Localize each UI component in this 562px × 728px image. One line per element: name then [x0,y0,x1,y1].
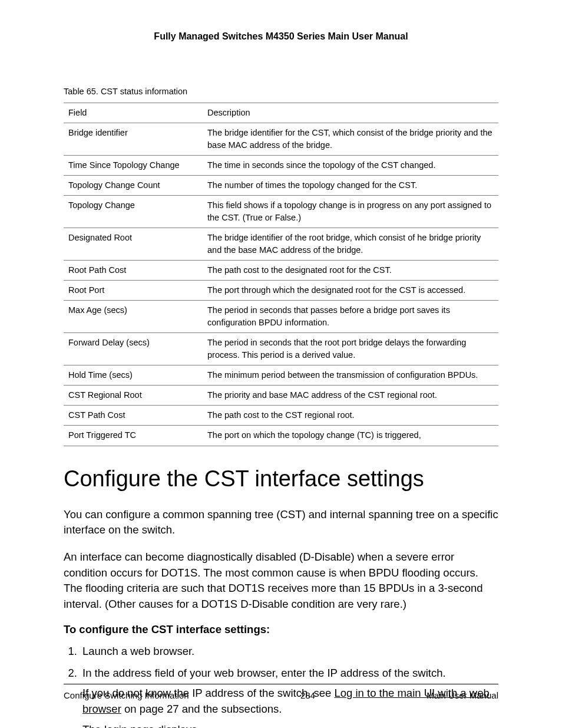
step-text: In the address field of your web browser… [82,667,446,679]
cell-field: Bridge identifier [64,123,203,156]
procedure-subheading: To configure the CST interface settings: [64,622,498,638]
footer-left: Configure Switching Information [64,689,189,702]
cell-desc: The period in seconds that the root port… [203,333,498,365]
note-text-post: on page 27 and the subsections. [121,703,282,715]
table-row: Root Path CostThe path cost to the desig… [64,261,498,281]
cell-desc: The number of times the topology changed… [203,176,498,196]
table-row: CST Path CostThe path cost to the CST re… [64,406,498,426]
step-note: The login page displays. [82,722,498,728]
cell-desc: The period in seconds that passes before… [203,301,498,333]
table-row: Time Since Topology ChangeThe time in se… [64,156,498,176]
cell-field: Root Path Cost [64,261,203,281]
cell-field: CST Path Cost [64,406,203,426]
body-paragraph: You can configure a common spanning tree… [64,507,498,539]
footer-right: Main User Manual [427,689,498,702]
page-footer: Configure Switching Information 284 Main… [64,684,498,702]
body-paragraph: An interface can become diagnostically d… [64,549,498,612]
cell-desc: The path cost to the designated root for… [203,261,498,281]
table-row: CST Regional RootThe priority and base M… [64,386,498,406]
section-heading: Configure the CST interface settings [64,463,498,495]
step-item: Launch a web browser. [80,644,498,660]
col-header-desc: Description [203,103,498,123]
cell-desc: The time in seconds since the topology o… [203,156,498,176]
cell-field: Time Since Topology Change [64,156,203,176]
cell-desc: The bridge identifier for the CST, which… [203,123,498,156]
cell-field: CST Regional Root [64,386,203,406]
doc-header: Fully Managed Switches M4350 Series Main… [64,29,498,43]
cell-field: Topology Change [64,196,203,228]
cst-status-table: Field Description Bridge identifierThe b… [64,103,498,446]
cell-field: Root Port [64,281,203,301]
table-row: Forward Delay (secs)The period in second… [64,333,498,365]
cell-desc: The port on which the topology change (T… [203,426,498,446]
footer-page-number: 284 [300,689,315,702]
table-header-row: Field Description [64,103,498,123]
table-row: Root PortThe port through which the desi… [64,281,498,301]
table-row: Port Triggered TCThe port on which the t… [64,426,498,446]
table-row: Bridge identifierThe bridge identifier f… [64,123,498,156]
col-header-field: Field [64,103,203,123]
table-row: Hold Time (secs)The minimum period betwe… [64,365,498,386]
cell-field: Topology Change Count [64,176,203,196]
cell-desc: The minimum period between the transmiss… [203,365,498,386]
cell-desc: This field shows if a topology change is… [203,196,498,228]
cell-desc: The path cost to the CST regional root. [203,406,498,426]
table-row: Designated RootThe bridge identifier of … [64,228,498,261]
table-row: Topology Change CountThe number of times… [64,176,498,196]
cell-desc: The priority and base MAC address of the… [203,386,498,406]
cell-desc: The bridge identifier of the root bridge… [203,228,498,261]
table-row: Max Age (secs)The period in seconds that… [64,301,498,333]
step-text: Launch a web browser. [82,645,194,657]
cell-field: Max Age (secs) [64,301,203,333]
table-row: Topology ChangeThis field shows if a top… [64,196,498,228]
cell-field: Hold Time (secs) [64,365,203,386]
cell-field: Port Triggered TC [64,426,203,446]
cell-desc: The port through which the designated ro… [203,281,498,301]
cell-field: Forward Delay (secs) [64,333,203,365]
cell-field: Designated Root [64,228,203,261]
table-caption: Table 65. CST status information [64,85,498,98]
